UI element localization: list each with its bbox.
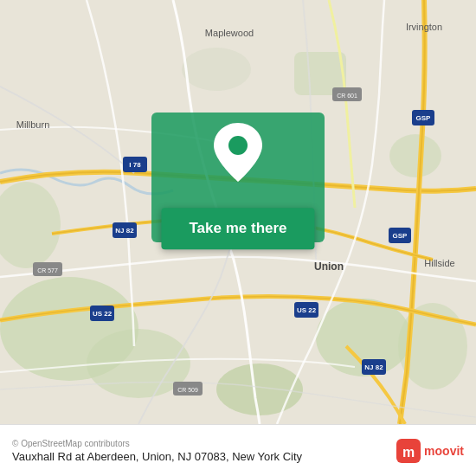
svg-point-4 [216, 363, 303, 415]
svg-text:US 22: US 22 [297, 306, 317, 314]
svg-text:NJ 82: NJ 82 [364, 363, 383, 371]
take-me-there-button[interactable]: Take me there [161, 208, 314, 249]
osm-credit: © OpenStreetMap contributors [12, 439, 302, 448]
svg-text:Irvington: Irvington [406, 22, 442, 32]
svg-text:CR 509: CR 509 [177, 387, 198, 393]
svg-text:CR 601: CR 601 [337, 93, 357, 99]
svg-text:Maplewood: Maplewood [205, 28, 254, 38]
map-container: I 78 NJ 82 US 22 US 22 GSP GSP CR 577 CR… [0, 0, 476, 424]
svg-text:US 22: US 22 [93, 310, 113, 318]
svg-text:Millburn: Millburn [16, 119, 50, 130]
moovit-logo[interactable]: m moovit [396, 439, 464, 463]
svg-point-9 [182, 48, 251, 91]
bottom-bar: © OpenStreetMap contributors Vauxhall Rd… [0, 424, 476, 476]
location-text: Vauxhall Rd at Aberdeen, Union, NJ 07083… [12, 450, 302, 463]
svg-text:Hillside: Hillside [424, 258, 454, 268]
svg-point-7 [389, 134, 441, 177]
svg-text:NJ 82: NJ 82 [115, 227, 134, 235]
svg-text:Union: Union [314, 261, 344, 273]
svg-text:CR 577: CR 577 [37, 267, 58, 273]
svg-text:GSP: GSP [416, 114, 432, 122]
bottom-left-info: © OpenStreetMap contributors Vauxhall Rd… [12, 439, 302, 463]
svg-point-36 [228, 136, 248, 155]
svg-text:GSP: GSP [393, 232, 408, 240]
moovit-icon: m [396, 439, 421, 463]
svg-text:I 78: I 78 [129, 161, 141, 169]
moovit-name: moovit [424, 444, 464, 458]
svg-text:m: m [402, 445, 415, 460]
